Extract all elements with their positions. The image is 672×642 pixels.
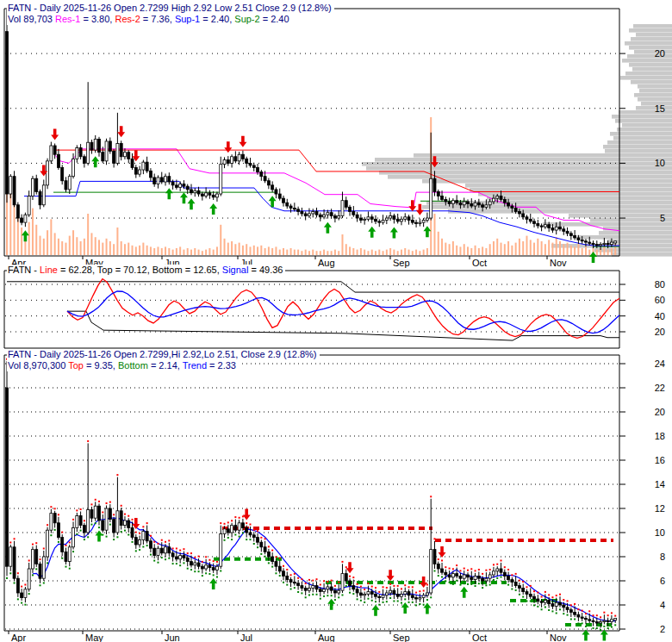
svg-text:Sep: Sep [393, 258, 410, 268]
legend-part: = 2.33 [207, 360, 236, 371]
price-panel-title: FATN - Daily 2025-11-26 Open 2.7299 High… [7, 3, 334, 25]
legend-part: Trend [183, 360, 207, 371]
svg-text:5: 5 [660, 213, 665, 223]
band-panel-title-line1: FATN - Daily 2025-11-26 Open 2.7299,Hi 2… [7, 349, 320, 360]
legend-part: FATN - [8, 265, 40, 275]
buy-arrow-icon [209, 203, 217, 215]
svg-text:20: 20 [655, 327, 665, 337]
svg-text:4: 4 [660, 600, 665, 610]
svg-text:Aug: Aug [318, 258, 335, 268]
svg-text:16: 16 [655, 455, 665, 465]
buy-arrow-icon [372, 605, 380, 616]
legend-part: = 3.80, [80, 14, 115, 24]
band-lines [214, 528, 613, 625]
price-panel-legend: Vol 89,703 Res-1 = 3.80, Res-2 = 7.36, S… [7, 14, 292, 25]
buy-arrow-icon [22, 230, 29, 241]
svg-text:Nov: Nov [550, 258, 567, 268]
sell-arrow-icon [408, 200, 416, 211]
legend-part: Res-1 [55, 14, 80, 24]
y-axis-labels: 80604020 [619, 279, 665, 337]
legend-part: Res-2 [115, 14, 140, 24]
svg-text:22: 22 [655, 383, 665, 393]
svg-text:40: 40 [655, 311, 665, 321]
svg-text:20: 20 [655, 48, 665, 59]
price-panel-title-line1: FATN - Daily 2025-11-26 Open 2.7299 High… [7, 3, 334, 14]
svg-text:Aug: Aug [318, 633, 335, 642]
legend-part: Vol 89,703 [8, 14, 55, 24]
svg-text:Jun: Jun [165, 633, 180, 642]
svg-text:24: 24 [655, 358, 665, 369]
sell-arrow-icon [387, 570, 395, 581]
svg-text:Jul: Jul [240, 633, 252, 642]
buy-arrow-icon [188, 198, 196, 209]
sell-arrow-icon [243, 509, 251, 520]
svg-text:6: 6 [660, 576, 665, 586]
buy-arrow-icon [589, 252, 597, 263]
x-axis-months: AprMayJunJulAugSepOctNov [9, 631, 567, 642]
oscillator-panel-legend: FATN - Line = 62.28, Top = 70.12, Bottom… [7, 265, 285, 276]
svg-text:Nov: Nov [550, 633, 567, 642]
buy-arrow-icon [460, 587, 468, 598]
sell-arrow-icon [224, 141, 232, 153]
buy-arrow-icon [327, 599, 335, 610]
legend-part: Line [40, 265, 58, 275]
trend-line [33, 518, 615, 621]
buy-arrow-icon [423, 603, 431, 614]
svg-text:8: 8 [660, 552, 665, 562]
svg-text:Oct: Oct [472, 633, 487, 642]
legend-part: Sup-2 [234, 14, 259, 24]
svg-text:10: 10 [655, 527, 665, 538]
svg-text:Apr: Apr [11, 633, 26, 642]
buy-arrow-icon [180, 192, 188, 203]
legend-part: Signal [222, 265, 249, 275]
svg-text:Sep: Sep [393, 633, 410, 642]
legend-part: Top [68, 360, 84, 371]
price-chart[interactable]: 2015105AprMayJunJulAugSepOctNov [0, 0, 672, 269]
svg-text:2: 2 [660, 624, 665, 634]
legend-part: Vol 8,970,300 [8, 360, 68, 371]
y-axis-labels: 24222018161412108642 [619, 358, 665, 634]
svg-text:20: 20 [655, 407, 665, 417]
charting-workspace: FATN - Daily 2025-11-26 Open 2.7299 High… [0, 0, 672, 642]
legend-part: = 2.40, [200, 14, 234, 24]
legend-part: Bottom [118, 360, 148, 371]
svg-text:60: 60 [655, 295, 665, 305]
band-chart[interactable]: 24222018161412108642AprMayJunJulAugSepOc… [0, 352, 672, 642]
legend-part: = 9.35, [84, 360, 118, 371]
buy-arrow-icon [401, 602, 409, 614]
svg-text:14: 14 [655, 479, 665, 489]
legend-part: = 2.14, [148, 360, 183, 371]
oscillator-panel-title: FATN - Line = 62.28, Top = 70.12, Bottom… [7, 265, 285, 276]
volume-profile [362, 24, 672, 257]
buy-arrow-icon [165, 188, 173, 199]
legend-part: = 49.36 [248, 265, 283, 275]
svg-text:May: May [85, 633, 103, 642]
svg-text:12: 12 [655, 503, 665, 514]
svg-text:80: 80 [655, 279, 665, 290]
legend-part: = 2.40 [260, 14, 289, 24]
legend-part: Sup-1 [175, 14, 200, 24]
sell-arrow-icon [346, 562, 354, 573]
buy-arrow-icon [390, 227, 398, 238]
sell-arrow-icon [439, 546, 446, 558]
legend-part: = 7.36, [140, 14, 175, 24]
sell-arrow-icon [239, 136, 246, 147]
buy-arrow-icon [423, 226, 431, 237]
svg-text:18: 18 [655, 431, 665, 441]
candlestick-series [6, 9, 617, 250]
candlestick-series [6, 358, 617, 631]
svg-text:Oct: Oct [472, 258, 487, 268]
legend-part: = 62.28, Top = 70.12, Bottom = 12.65, [58, 265, 222, 275]
oscillator-chart[interactable]: 80604020 [0, 269, 672, 352]
buy-arrow-icon [209, 578, 217, 589]
buy-arrow-icon [324, 222, 332, 234]
band-panel-legend: Vol 8,970,300 Top = 9.35, Bottom = 2.14,… [7, 360, 239, 371]
buy-arrow-icon [368, 227, 376, 238]
band-panel-title: FATN - Daily 2025-11-26 Open 2.7299,Hi 2… [7, 349, 320, 371]
svg-text:15: 15 [655, 103, 665, 114]
buy-arrow-icon [91, 156, 99, 167]
oscillator-lines [7, 279, 619, 341]
sell-arrow-icon [51, 128, 59, 140]
svg-text:10: 10 [655, 158, 665, 168]
sell-arrow-icon [117, 126, 125, 137]
